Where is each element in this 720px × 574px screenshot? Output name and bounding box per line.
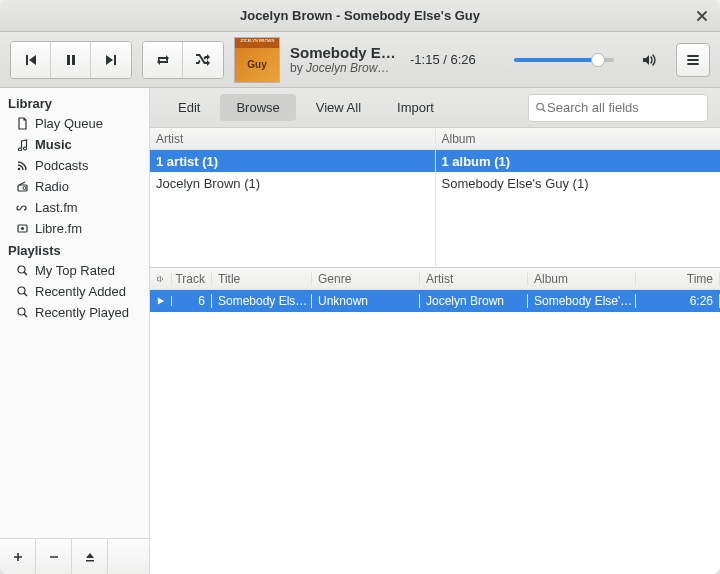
sidebar-item-label: My Top Rated bbox=[35, 263, 115, 278]
cell-album: Somebody Else'… bbox=[528, 294, 636, 308]
shuffle-button[interactable] bbox=[183, 42, 223, 78]
radio-icon bbox=[16, 180, 29, 193]
add-playlist-button[interactable] bbox=[0, 539, 36, 574]
sidebar-item-podcasts[interactable]: Podcasts bbox=[0, 155, 149, 176]
speaker-icon bbox=[156, 273, 165, 285]
sidebar-playlist-recently-added[interactable]: Recently Added bbox=[0, 281, 149, 302]
artist-row[interactable]: Jocelyn Brown (1) bbox=[150, 172, 435, 194]
playlists-section-header: Playlists bbox=[0, 239, 149, 260]
menu-button[interactable] bbox=[676, 43, 710, 77]
sidebar-item-librefm[interactable]: Libre.fm bbox=[0, 218, 149, 239]
album-header[interactable]: Album bbox=[436, 128, 721, 150]
pause-button[interactable] bbox=[51, 42, 91, 78]
volume-fill bbox=[514, 58, 598, 62]
artist-header[interactable]: Artist bbox=[150, 128, 435, 150]
next-icon bbox=[103, 52, 119, 68]
repeat-icon bbox=[154, 52, 172, 68]
playback-controls bbox=[10, 41, 132, 79]
album-summary-row[interactable]: 1 album (1) bbox=[436, 150, 721, 172]
cell-track: 6 bbox=[172, 294, 212, 308]
minus-icon bbox=[48, 551, 60, 563]
tab-edit[interactable]: Edit bbox=[162, 94, 216, 121]
eject-icon bbox=[84, 551, 96, 563]
time-display: -1:15 / 6:26 bbox=[410, 52, 476, 67]
sidebar-playlist-top-rated[interactable]: My Top Rated bbox=[0, 260, 149, 281]
cell-title: Somebody Els… bbox=[212, 294, 312, 308]
sidebar-playlist-recently-played[interactable]: Recently Played bbox=[0, 302, 149, 323]
sidebar-item-radio[interactable]: Radio bbox=[0, 176, 149, 197]
view-tabbar: Edit Browse View All Import bbox=[150, 88, 720, 128]
artist-summary-row[interactable]: 1 artist (1) bbox=[150, 150, 435, 172]
remove-playlist-button[interactable] bbox=[36, 539, 72, 574]
svg-point-2 bbox=[23, 187, 26, 190]
previous-icon bbox=[23, 52, 39, 68]
next-button[interactable] bbox=[91, 42, 131, 78]
search-icon bbox=[535, 101, 547, 114]
header-playing[interactable] bbox=[150, 273, 172, 285]
browser: Artist 1 artist (1) Jocelyn Brown (1) Al… bbox=[150, 128, 720, 268]
main-pane: Edit Browse View All Import Artist 1 art… bbox=[150, 88, 720, 574]
header-track[interactable]: Track bbox=[172, 272, 212, 286]
music-icon bbox=[16, 138, 29, 151]
previous-button[interactable] bbox=[11, 42, 51, 78]
plus-icon bbox=[12, 551, 24, 563]
album-column: Album 1 album (1) Somebody Else's Guy (1… bbox=[436, 128, 721, 267]
sidebar-item-label: Music bbox=[35, 137, 72, 152]
header-genre[interactable]: Genre bbox=[312, 272, 420, 286]
track-table: Track Title Genre Artist Album Time 6 So… bbox=[150, 268, 720, 574]
close-button[interactable] bbox=[692, 6, 712, 26]
document-icon bbox=[16, 117, 29, 130]
tab-view-all[interactable]: View All bbox=[300, 94, 377, 121]
album-art: JOCELYN BROWN Guy bbox=[234, 37, 280, 83]
svg-point-4 bbox=[21, 227, 24, 230]
close-icon bbox=[696, 10, 708, 22]
svg-point-0 bbox=[18, 168, 21, 171]
tab-browse[interactable]: Browse bbox=[220, 94, 295, 121]
sidebar-item-label: Libre.fm bbox=[35, 221, 82, 236]
header-artist[interactable]: Artist bbox=[420, 272, 528, 286]
sidebar-item-play-queue[interactable]: Play Queue bbox=[0, 113, 149, 134]
album-row[interactable]: Somebody Else's Guy (1) bbox=[436, 172, 721, 194]
track-row[interactable]: 6 Somebody Els… Unknown Jocelyn Brown So… bbox=[150, 290, 720, 312]
sidebar-item-label: Play Queue bbox=[35, 116, 103, 131]
hamburger-icon bbox=[686, 53, 700, 67]
search-input[interactable] bbox=[547, 100, 701, 115]
sidebar: Library Play Queue Music Podcasts Radio … bbox=[0, 88, 150, 574]
volume-button[interactable] bbox=[632, 43, 666, 77]
now-playing: Somebody El… by Jocelyn Brow… bbox=[290, 44, 400, 75]
track-table-header: Track Title Genre Artist Album Time bbox=[150, 268, 720, 290]
search-box[interactable] bbox=[528, 94, 708, 122]
volume-thumb[interactable] bbox=[591, 53, 605, 67]
magnifier-icon bbox=[16, 264, 29, 277]
pause-icon bbox=[63, 52, 79, 68]
lastfm-icon bbox=[16, 201, 29, 214]
header-album[interactable]: Album bbox=[528, 272, 636, 286]
toolbar: JOCELYN BROWN Guy Somebody El… by Jocely… bbox=[0, 32, 720, 88]
repeat-button[interactable] bbox=[143, 42, 183, 78]
magnifier-icon bbox=[16, 306, 29, 319]
header-title[interactable]: Title bbox=[212, 272, 312, 286]
titlebar: Jocelyn Brown - Somebody Else's Guy bbox=[0, 0, 720, 32]
sidebar-item-label: Last.fm bbox=[35, 200, 78, 215]
window-title: Jocelyn Brown - Somebody Else's Guy bbox=[240, 8, 480, 23]
volume-slider[interactable] bbox=[514, 58, 614, 62]
now-playing-artist-line: by Jocelyn Brow… bbox=[290, 61, 400, 75]
library-section-header: Library bbox=[0, 92, 149, 113]
header-time[interactable]: Time bbox=[636, 272, 720, 286]
shuffle-icon bbox=[194, 52, 212, 68]
sidebar-footer bbox=[0, 538, 149, 574]
sidebar-item-lastfm[interactable]: Last.fm bbox=[0, 197, 149, 218]
sidebar-item-label: Recently Played bbox=[35, 305, 129, 320]
eject-button[interactable] bbox=[72, 539, 108, 574]
svg-point-6 bbox=[18, 287, 25, 294]
speaker-icon bbox=[641, 52, 657, 68]
cell-playing bbox=[150, 296, 172, 306]
sidebar-item-label: Radio bbox=[35, 179, 69, 194]
sidebar-item-music[interactable]: Music bbox=[0, 134, 149, 155]
tab-import[interactable]: Import bbox=[381, 94, 450, 121]
magnifier-icon bbox=[16, 285, 29, 298]
sidebar-item-label: Podcasts bbox=[35, 158, 88, 173]
cell-time: 6:26 bbox=[636, 294, 720, 308]
now-playing-title: Somebody El… bbox=[290, 44, 400, 61]
mode-controls bbox=[142, 41, 224, 79]
